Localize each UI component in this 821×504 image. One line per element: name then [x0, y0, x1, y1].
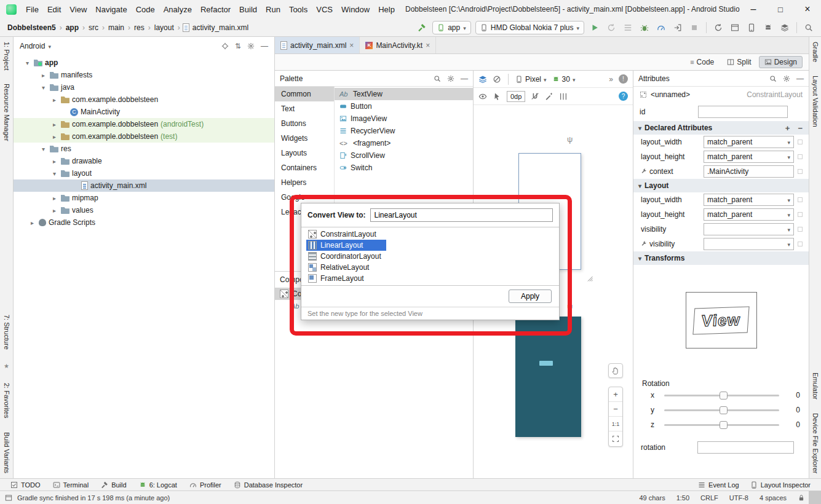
transforms-section-header[interactable]: Transforms [633, 251, 809, 265]
palette-item-scrollview[interactable]: ScrollView [335, 149, 473, 162]
chevron-right-icon[interactable] [39, 72, 47, 79]
palette-item-button[interactable]: Button [335, 100, 473, 112]
device-selector-dropdown[interactable]: HMD Global Nokia 7 plus [475, 21, 584, 34]
convert-view-input[interactable] [370, 208, 553, 222]
locate-file-icon[interactable] [221, 42, 229, 50]
textview-widget[interactable] [539, 361, 553, 366]
favorite-toggle[interactable] [798, 242, 803, 246]
tree-item-manifests[interactable]: manifests [14, 69, 274, 81]
add-attribute-icon[interactable]: + [785, 124, 790, 133]
encoding-indicator[interactable]: UTF-8 [729, 494, 748, 502]
breadcrumb-res[interactable]: res [133, 23, 146, 32]
profile-button[interactable] [655, 21, 667, 34]
option-framelayout[interactable]: FrameLayout [301, 273, 559, 284]
tool-window-todo[interactable]: TODO [5, 481, 46, 489]
rotation-x-slider[interactable] [664, 395, 779, 396]
breadcrumb-src[interactable]: src [87, 23, 100, 32]
menu-tools[interactable]: Tools [285, 5, 312, 14]
tree-item-gradle-scripts[interactable]: Gradle Scripts [14, 216, 274, 229]
rotation-y-slider[interactable] [664, 409, 779, 411]
attach-debugger-button[interactable] [672, 21, 684, 34]
mode-design-button[interactable]: Design [759, 56, 803, 68]
context-field[interactable]: .MainActivity [704, 165, 794, 178]
palette-category-text[interactable]: Text [275, 101, 334, 116]
menu-window[interactable]: Window [337, 5, 374, 14]
slider-thumb[interactable] [720, 421, 728, 429]
favorite-toggle[interactable] [798, 169, 803, 174]
search-icon[interactable] [434, 75, 441, 82]
zoom-fit-button[interactable] [609, 431, 622, 446]
maximize-button[interactable] [767, 0, 794, 18]
status-message[interactable]: Gradle sync finished in 17 s 198 ms (a m… [17, 494, 170, 502]
resize-handle-icon[interactable] [586, 275, 593, 282]
breadcrumb-file[interactable]: activity_main.xml [191, 23, 250, 32]
hide-panel-icon[interactable]: — [796, 74, 804, 83]
menu-run[interactable]: Run [261, 5, 285, 14]
menu-help[interactable]: Help [374, 5, 399, 14]
close-button[interactable] [794, 0, 821, 18]
zoom-in-button[interactable]: + [609, 387, 622, 402]
option-linearlayout[interactable]: LinearLayout [301, 240, 559, 251]
tree-item-package-androidtest[interactable]: com.example.dobbelsteen (androidTest) [14, 118, 274, 130]
favorite-toggle[interactable] [798, 227, 803, 232]
palette-category-widgets[interactable]: Widgets [275, 131, 334, 146]
tool-window-build-variants[interactable]: Build Variants [3, 432, 10, 473]
chevron-right-icon[interactable] [50, 158, 58, 165]
tool-window-database-inspector[interactable]: Database Inspector [228, 481, 308, 489]
tool-window-device-file-explorer[interactable]: Device File Explorer [812, 413, 819, 473]
toggle-toolbars-icon[interactable] [5, 494, 12, 502]
chevron-down-icon[interactable] [39, 84, 47, 91]
indent-indicator[interactable]: 4 spaces [760, 494, 787, 502]
avd-manager-button[interactable] [745, 21, 758, 34]
favorite-toggle[interactable] [798, 212, 803, 217]
sync-gradle-button[interactable] [712, 21, 724, 34]
device-manager-button[interactable] [779, 21, 791, 34]
caret-position-indicator[interactable]: 1:50 [676, 494, 689, 502]
project-view-selector[interactable]: Android [20, 42, 45, 50]
tool-window-project[interactable]: 1: Project [3, 42, 10, 70]
device-dropdown[interactable]: Pixel [515, 75, 547, 84]
tool-window-layout-inspector[interactable]: Layout Inspector [745, 481, 816, 489]
tool-window-event-log[interactable]: Event Log [692, 481, 745, 489]
menu-edit[interactable]: Edit [43, 5, 65, 14]
breadcrumb-main[interactable]: main [107, 23, 125, 32]
blueprint-toggle-icon[interactable] [493, 75, 501, 84]
palette-category-helpers[interactable]: Helpers [275, 175, 334, 190]
apply-code-changes-button[interactable] [622, 21, 634, 34]
chevron-right-icon[interactable] [50, 207, 58, 214]
make-project-button[interactable] [416, 21, 428, 34]
run-configuration-dropdown[interactable]: app [432, 21, 471, 34]
tools-visibility-combo[interactable] [704, 238, 794, 250]
render-warnings-icon[interactable]: ! [619, 74, 628, 84]
autoconnect-magnet-icon[interactable] [531, 92, 539, 101]
slider-thumb[interactable] [720, 392, 728, 400]
tool-window-resource-manager[interactable]: Resource Manager [3, 84, 10, 141]
collapse-all-icon[interactable]: ⇅ [235, 42, 241, 50]
apply-button[interactable]: Apply [509, 289, 552, 303]
palette-item-fragment[interactable]: <> <fragment> [335, 137, 473, 149]
tree-item-values[interactable]: values [14, 204, 274, 216]
layout-height-combo[interactable]: match_parent [704, 208, 794, 221]
declared-attributes-section-header[interactable]: Declared Attributes + − [633, 121, 809, 135]
run-button[interactable] [589, 21, 601, 34]
rotation-input[interactable] [697, 441, 794, 454]
tree-item-drawable[interactable]: drawable [14, 155, 274, 167]
project-structure-button[interactable] [729, 21, 741, 34]
id-input[interactable] [698, 106, 788, 118]
visibility-combo[interactable] [704, 223, 794, 235]
chevron-down-icon[interactable] [50, 170, 58, 177]
menu-navigate[interactable]: Navigate [91, 5, 131, 14]
view-mode-layers-icon[interactable] [478, 75, 487, 84]
palette-item-imageview[interactable]: ImageView [335, 112, 473, 125]
pan-hand-button[interactable] [608, 363, 623, 378]
default-margin-button[interactable]: 0dp [507, 91, 525, 102]
tool-window-terminal[interactable]: Terminal [47, 481, 95, 489]
mode-split-button[interactable]: Split [721, 56, 756, 68]
tree-item-package[interactable]: com.example.dobbelsteen [14, 93, 274, 106]
layout-width-combo[interactable]: match_parent [704, 194, 794, 206]
stop-button[interactable] [688, 21, 700, 34]
infer-constraints-wand-icon[interactable] [545, 92, 553, 101]
palette-item-recyclerview[interactable]: RecyclerView [335, 125, 473, 137]
breadcrumb-project[interactable]: Dobbelsteen5 [6, 23, 57, 32]
hide-panel-icon[interactable]: — [261, 42, 268, 50]
